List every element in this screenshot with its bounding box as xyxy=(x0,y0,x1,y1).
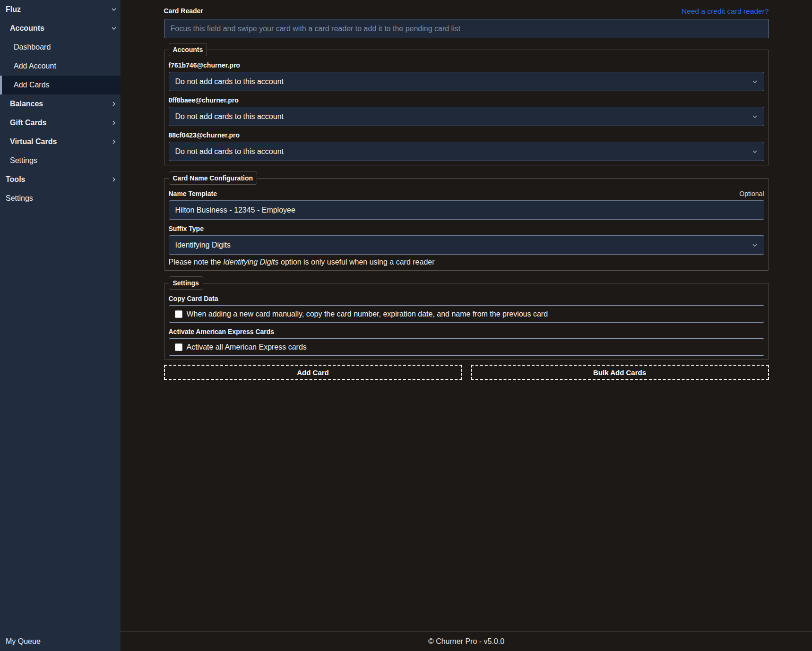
account-email-label: 88cf0423@churner.pro xyxy=(169,131,764,140)
sidebar-item-label: Add Account xyxy=(14,62,56,70)
account-group: 0ff8baee@churner.pro Do not add cards to… xyxy=(169,96,764,126)
settings-fieldset: Settings Copy Card Data When adding a ne… xyxy=(164,276,769,360)
sidebar-item-dashboard[interactable]: Dashboard xyxy=(0,38,121,57)
sidebar-item-fluz[interactable]: Fluz xyxy=(0,0,121,19)
chevron-right-icon xyxy=(111,120,117,126)
account-email-label: 0ff8baee@churner.pro xyxy=(169,96,764,105)
account-group: f761b746@churner.pro Do not add cards to… xyxy=(169,61,764,91)
copy-card-data-row: When adding a new card manually, copy th… xyxy=(169,305,764,323)
sidebar-item-label: My Queue xyxy=(6,637,41,646)
sidebar-item-label: Add Cards xyxy=(14,81,50,89)
form-container: Card Reader Need a credit card reader? A… xyxy=(164,0,769,380)
sidebar-item-label: Settings xyxy=(6,194,33,203)
copy-card-data-checkbox-label: When adding a new card manually, copy th… xyxy=(187,310,548,318)
activate-amex-checkbox-label: Activate all American Express cards xyxy=(187,343,307,351)
sidebar-item-accounts[interactable]: Accounts xyxy=(0,19,121,38)
card-reader-label: Card Reader xyxy=(164,7,203,16)
action-buttons-row: Add Card Bulk Add Cards xyxy=(164,365,769,380)
name-template-group: Name Template Optional xyxy=(169,189,764,220)
card-reader-input[interactable] xyxy=(164,19,769,38)
suffix-type-select[interactable]: Identifying Digits xyxy=(169,235,764,255)
copy-card-data-checkbox[interactable] xyxy=(175,310,182,318)
copy-card-data-group: Copy Card Data When adding a new card ma… xyxy=(169,294,764,323)
accounts-fieldset: Accounts f761b746@churner.pro Do not add… xyxy=(164,43,769,165)
card-reader-help-link[interactable]: Need a credit card reader? xyxy=(682,7,769,16)
chevron-down-icon xyxy=(111,26,117,31)
sidebar-item-balances[interactable]: Balances xyxy=(0,94,121,113)
suffix-type-label: Suffix Type xyxy=(169,224,764,233)
account-action-select[interactable]: Do not add cards to this account xyxy=(169,107,764,126)
chevron-down-icon xyxy=(111,7,117,12)
sidebar-item-gift-cards[interactable]: Gift Cards xyxy=(0,113,121,132)
activate-amex-group: Activate American Express Cards Activate… xyxy=(169,327,764,356)
suffix-type-note: Please note the Identifying Digits optio… xyxy=(169,257,764,266)
sidebar-item-settings-accounts[interactable]: Settings xyxy=(0,151,121,170)
sidebar-item-settings[interactable]: Settings xyxy=(0,189,121,208)
account-select-wrap: Do not add cards to this account xyxy=(169,107,764,126)
account-action-select[interactable]: Do not add cards to this account xyxy=(169,72,764,91)
activate-amex-checkbox[interactable] xyxy=(175,343,182,351)
sidebar-item-tools[interactable]: Tools xyxy=(0,170,121,189)
name-template-label: Name Template xyxy=(169,189,217,198)
sidebar-item-label: Dashboard xyxy=(14,43,51,51)
optional-label: Optional xyxy=(739,189,764,198)
suffix-type-select-wrap: Identifying Digits xyxy=(169,235,764,255)
bulk-add-cards-button[interactable]: Bulk Add Cards xyxy=(471,365,769,380)
account-select-wrap: Do not add cards to this account xyxy=(169,72,764,91)
sidebar-item-label: Virtual Cards xyxy=(10,137,57,146)
name-template-input[interactable] xyxy=(169,200,764,220)
account-action-select[interactable]: Do not add cards to this account xyxy=(169,142,764,161)
card-reader-header-row: Card Reader Need a credit card reader? xyxy=(164,7,769,16)
name-template-label-row: Name Template Optional xyxy=(169,189,764,198)
suffix-type-group: Suffix Type Identifying Digits xyxy=(169,224,764,255)
sidebar: Fluz Accounts Dashboard Add Account Add … xyxy=(0,0,121,651)
main-area: Card Reader Need a credit card reader? A… xyxy=(121,0,812,651)
card-name-configuration-legend: Card Name Configuration xyxy=(169,171,258,185)
chevron-right-icon xyxy=(111,177,117,182)
content: Card Reader Need a credit card reader? A… xyxy=(121,0,812,631)
add-card-button[interactable]: Add Card xyxy=(164,365,462,380)
settings-legend: Settings xyxy=(169,276,203,290)
card-name-configuration-fieldset: Card Name Configuration Name Template Op… xyxy=(164,171,769,271)
account-email-label: f761b746@churner.pro xyxy=(169,61,764,70)
sidebar-item-label: Tools xyxy=(6,175,25,184)
sidebar-item-virtual-cards[interactable]: Virtual Cards xyxy=(0,132,121,151)
sidebar-item-label: Gift Cards xyxy=(10,119,46,127)
app-footer: © Churner Pro - v5.0.0 xyxy=(121,631,812,651)
account-group: 88cf0423@churner.pro Do not add cards to… xyxy=(169,131,764,161)
footer-text: © Churner Pro - v5.0.0 xyxy=(428,637,504,646)
sidebar-item-add-cards[interactable]: Add Cards xyxy=(0,76,121,94)
chevron-right-icon xyxy=(111,139,117,145)
sidebar-item-label: Balances xyxy=(10,100,43,108)
accounts-legend: Accounts xyxy=(169,43,207,56)
copy-card-data-label: Copy Card Data xyxy=(169,294,764,303)
sidebar-item-label: Accounts xyxy=(10,24,44,33)
sidebar-item-my-queue[interactable]: My Queue xyxy=(0,632,121,651)
app-root: Fluz Accounts Dashboard Add Account Add … xyxy=(0,0,812,651)
sidebar-item-label: Fluz xyxy=(6,5,21,14)
account-select-wrap: Do not add cards to this account xyxy=(169,142,764,161)
sidebar-bottom: My Queue xyxy=(0,632,121,651)
sidebar-item-add-account[interactable]: Add Account xyxy=(0,57,121,76)
sidebar-nav: Fluz Accounts Dashboard Add Account Add … xyxy=(0,0,121,208)
chevron-right-icon xyxy=(111,101,117,107)
activate-amex-row: Activate all American Express cards xyxy=(169,338,764,356)
activate-amex-label: Activate American Express Cards xyxy=(169,327,764,336)
sidebar-item-label: Settings xyxy=(10,156,37,165)
